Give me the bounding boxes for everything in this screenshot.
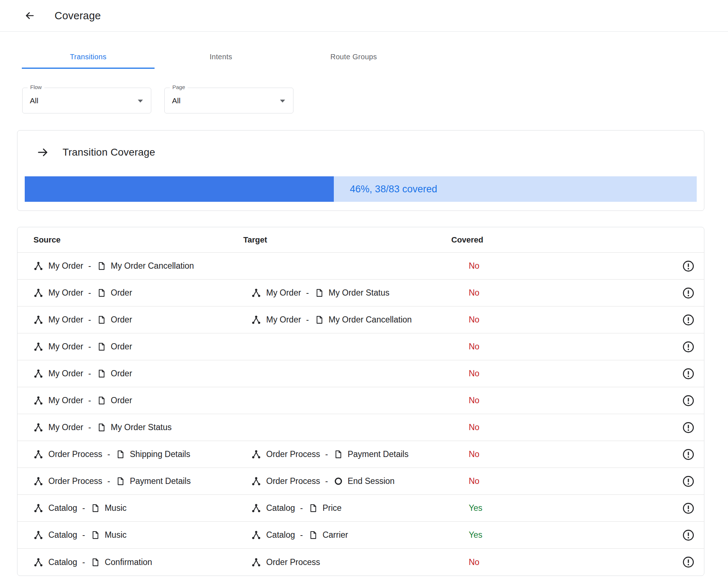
table-row: My Order - Order bbox=[17, 333, 704, 360]
page-part: - Shipping Details bbox=[102, 449, 190, 459]
source-cell: Catalog - Music bbox=[33, 503, 243, 513]
page-part: - Price bbox=[295, 503, 341, 513]
flow-name: Catalog bbox=[48, 503, 77, 513]
source-ref: Catalog - Music bbox=[33, 530, 127, 540]
alert-icon[interactable] bbox=[682, 502, 695, 514]
flow-filter-select[interactable]: Flow All bbox=[22, 88, 151, 113]
alert-icon[interactable] bbox=[682, 394, 695, 407]
page-name: Price bbox=[323, 503, 341, 513]
alert-icon[interactable] bbox=[682, 556, 695, 568]
covered-cell: No bbox=[451, 288, 680, 298]
separator: - bbox=[88, 342, 91, 352]
page-icon bbox=[91, 558, 105, 567]
flow-icon bbox=[33, 369, 48, 378]
flow-icon bbox=[251, 288, 266, 298]
table-row: My Order - My Order Status bbox=[17, 414, 704, 441]
tab-transitions[interactable]: Transitions bbox=[22, 47, 155, 69]
alert-icon[interactable] bbox=[682, 341, 695, 353]
alert-icon[interactable] bbox=[682, 529, 695, 541]
source-cell: Order Process - Payment Details bbox=[33, 476, 243, 486]
alert-cell bbox=[680, 556, 695, 568]
flow-icon bbox=[33, 422, 48, 432]
progress-label: 46%, 38/83 covered bbox=[334, 176, 437, 202]
tab-intents[interactable]: Intents bbox=[155, 47, 287, 69]
page-part: - Order bbox=[83, 288, 132, 298]
target-cell: Order Process - End Session bbox=[243, 476, 451, 486]
alert-icon[interactable] bbox=[682, 475, 695, 488]
transition-arrow-icon bbox=[36, 146, 49, 159]
column-header-covered: Covered bbox=[451, 235, 680, 245]
table-row: My Order - Order bbox=[17, 360, 704, 387]
page-part: - Confirmation bbox=[77, 557, 152, 567]
page-name: End Session bbox=[348, 476, 395, 486]
dropdown-caret-icon bbox=[138, 100, 143, 103]
page-name: Carrier bbox=[323, 530, 348, 540]
alert-icon[interactable] bbox=[682, 421, 695, 434]
covered-cell: No bbox=[451, 342, 680, 352]
separator: - bbox=[300, 530, 303, 540]
source-ref: Catalog - Confirmation bbox=[33, 557, 152, 567]
flow-icon bbox=[251, 530, 266, 540]
flow-name: My Order bbox=[48, 342, 83, 352]
table-body: My Order - My Order Cancellation bbox=[17, 253, 704, 576]
page-name: Shipping Details bbox=[130, 449, 190, 459]
back-arrow-icon bbox=[24, 10, 36, 21]
separator: - bbox=[325, 476, 328, 486]
page-icon bbox=[309, 530, 323, 540]
page-filter-select[interactable]: Page All bbox=[164, 88, 293, 113]
covered-value: No bbox=[451, 288, 479, 298]
separator: - bbox=[88, 288, 91, 298]
page-part: - End Session bbox=[320, 476, 395, 486]
alert-cell bbox=[680, 260, 695, 272]
flow-icon bbox=[33, 396, 48, 405]
alert-icon[interactable] bbox=[682, 287, 695, 299]
target-ref: My Order - My Order Status bbox=[251, 288, 389, 298]
page-part: - My Order Cancellation bbox=[83, 261, 194, 271]
page-icon bbox=[97, 369, 111, 378]
tab-route-groups[interactable]: Route Groups bbox=[287, 47, 420, 69]
page-name: Order bbox=[111, 369, 132, 378]
alert-icon[interactable] bbox=[682, 260, 695, 272]
separator: - bbox=[107, 476, 110, 486]
separator: - bbox=[88, 422, 91, 432]
target-cell: Catalog - Carrier bbox=[243, 530, 451, 540]
alert-cell bbox=[680, 287, 695, 299]
alert-cell bbox=[680, 341, 695, 353]
covered-value: No bbox=[451, 557, 479, 567]
table-row: My Order - Order bbox=[17, 306, 704, 333]
coverage-progress-bar: 46%, 38/83 covered bbox=[25, 176, 697, 202]
covered-cell: No bbox=[451, 449, 680, 459]
flow-icon bbox=[251, 503, 266, 513]
source-cell: Order Process - Shipping Details bbox=[33, 449, 243, 459]
covered-value: No bbox=[451, 422, 479, 432]
flow-name: Catalog bbox=[48, 530, 77, 540]
target-cell: Order Process bbox=[243, 557, 451, 567]
alert-icon[interactable] bbox=[682, 448, 695, 461]
source-cell: My Order - My Order Cancellation bbox=[33, 261, 243, 271]
page-part: - My Order Cancellation bbox=[301, 315, 412, 325]
page-name: Music bbox=[105, 503, 127, 513]
source-ref: My Order - My Order Cancellation bbox=[33, 261, 194, 271]
page-name: Order bbox=[111, 342, 132, 352]
table-row: Order Process - Payment Details bbox=[17, 468, 704, 495]
alert-icon[interactable] bbox=[682, 368, 695, 380]
page-filter-value: All bbox=[172, 96, 180, 105]
page-name: Order bbox=[111, 288, 132, 298]
flow-icon bbox=[33, 342, 48, 352]
page-icon bbox=[97, 288, 111, 297]
back-button[interactable] bbox=[23, 8, 37, 23]
covered-value: No bbox=[451, 369, 479, 378]
flow-name: My Order bbox=[48, 396, 83, 405]
source-ref: My Order - Order bbox=[33, 396, 132, 405]
table-row: My Order - Order bbox=[17, 387, 704, 414]
covered-value: No bbox=[451, 315, 479, 325]
alert-icon[interactable] bbox=[682, 314, 695, 326]
filter-bar: Flow All Page All bbox=[22, 88, 728, 113]
alert-cell bbox=[680, 394, 695, 407]
page-name: My Order Cancellation bbox=[329, 315, 412, 325]
source-cell: My Order - Order bbox=[33, 396, 243, 405]
page-icon bbox=[97, 261, 111, 271]
page-part: - Music bbox=[77, 503, 127, 513]
page-name: Confirmation bbox=[105, 557, 152, 567]
covered-cell: No bbox=[451, 369, 680, 378]
